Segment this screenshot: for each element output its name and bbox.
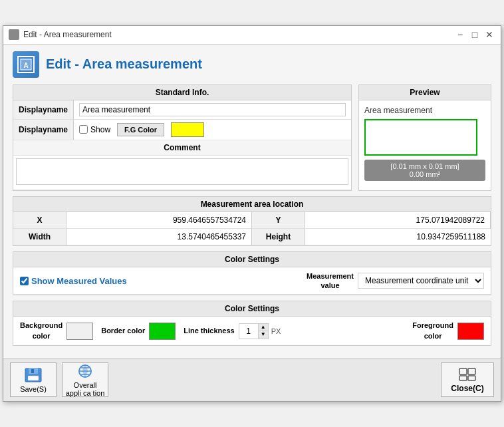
titlebar-left: Edit - Area measurement: [9, 29, 112, 40]
px-label: PX: [271, 327, 281, 335]
fg-color-label2: Foregroundcolor: [412, 321, 453, 341]
line-thickness-input[interactable]: [239, 324, 258, 339]
standard-info-panel: Standard Info. Displayname Displayname S…: [13, 84, 352, 191]
height-label: Height: [252, 229, 305, 245]
y-label: Y: [252, 212, 305, 229]
spinbox-up-button[interactable]: ▲: [259, 324, 268, 331]
page-title: Edit - Area measurement: [46, 57, 202, 72]
show-text: Show: [90, 125, 110, 134]
height-value: 10.9347259511188: [305, 229, 491, 245]
comment-header: Comment: [13, 140, 351, 156]
measurement-value-select[interactable]: Measurement coordinate unit Pixel Millim…: [358, 273, 484, 289]
line-thickness-item: Line thickness ▲ ▼ PX: [184, 323, 281, 339]
save-label: Save(S): [20, 385, 47, 393]
svg-rect-13: [459, 376, 467, 380]
show-checkbox-label[interactable]: Show: [79, 125, 110, 134]
svg-rect-6: [31, 369, 34, 373]
preview-box: [364, 119, 477, 156]
line-thickness-area: ▲ ▼ PX: [239, 323, 281, 339]
preview-panel: Preview Area measurement [0.01 mm x 0.01…: [358, 84, 491, 191]
location-header: Measurement area location: [13, 197, 491, 212]
preview-info: [0.01 mm x 0.01 mm] 0.00 mm²: [364, 160, 485, 181]
measurement-value-label: Measurementvalue: [307, 271, 354, 291]
svg-rect-5: [28, 376, 39, 380]
page-header: A Edit - Area measurement: [13, 51, 491, 78]
window-icon: [9, 29, 19, 40]
preview-name: Area measurement: [364, 106, 485, 115]
main-panel: Standard Info. Displayname Displayname S…: [13, 84, 491, 191]
color-settings-2-header: Color Settings: [13, 301, 491, 317]
content-area: A Edit - Area measurement Standard Info.…: [3, 45, 501, 358]
close-label: Close(C): [451, 384, 483, 393]
preview-info-line2: 0.00 mm²: [368, 170, 481, 178]
close-icon: [458, 367, 477, 382]
line-thickness-spinbox: ▲ ▼: [239, 323, 269, 339]
color-settings-1-section: Color Settings Show Measured Values Meas…: [13, 251, 491, 296]
save-button[interactable]: Save(S): [10, 362, 57, 397]
overall-application-button[interactable]: Overall appli ca tion: [62, 362, 108, 397]
fg-color-btn[interactable]: F.G Color: [117, 123, 164, 136]
footer-left: Save(S) Overall appli ca tion: [10, 362, 108, 397]
show-values-row: Show Measured Values Measurementvalue Me…: [13, 267, 491, 295]
width-value: 13.5740465455337: [66, 229, 252, 245]
bg-color-item: Backgroundcolor: [20, 321, 93, 341]
border-color-swatch[interactable]: [149, 323, 176, 340]
bg-color-label: Backgroundcolor: [20, 321, 63, 341]
color-row: Backgroundcolor Border color Line thickn…: [13, 317, 491, 345]
comment-section: Comment: [13, 140, 351, 190]
x-label: X: [13, 212, 66, 229]
y-value: 175.071942089722: [305, 212, 491, 229]
spinbox-buttons: ▲ ▼: [258, 324, 268, 339]
overall-label: Overall appli ca tion: [65, 381, 105, 397]
fg-color-item: Foregroundcolor: [412, 321, 484, 341]
fg-content: Show F.G Color: [74, 120, 209, 140]
spinbox-down-button[interactable]: ▼: [259, 331, 268, 339]
svg-text:A: A: [23, 62, 28, 69]
border-color-label: Border color: [101, 326, 145, 336]
displayname-value-area: [74, 100, 351, 119]
displayname-row: Displayname: [13, 100, 351, 120]
titlebar-controls: − □ ✕: [454, 29, 495, 41]
fg-color-swatch2[interactable]: [457, 323, 484, 340]
bg-color-swatch[interactable]: [66, 323, 93, 340]
location-grid: X 959.4646557534724 Y 175.071942089722 W…: [13, 212, 491, 245]
x-value: 959.4646557534724: [66, 212, 252, 229]
border-color-item: Border color: [101, 323, 176, 340]
displayname-fg-row: Displayname Show F.G Color: [13, 120, 351, 140]
preview-info-line1: [0.01 mm x 0.01 mm]: [368, 162, 481, 170]
show-measured-label[interactable]: Show Measured Values: [20, 276, 127, 286]
displayname2-label: Displayname: [13, 120, 74, 140]
displayname-label: Displayname: [13, 100, 74, 119]
show-measured-checkbox[interactable]: [20, 277, 29, 285]
location-section: Measurement area location X 959.46465575…: [13, 196, 491, 246]
header-icon: A: [13, 51, 39, 78]
line-thickness-label: Line thickness: [184, 326, 234, 336]
main-window: Edit - Area measurement − □ ✕ A Edit - A…: [3, 25, 501, 402]
color-settings-2-section: Color Settings Backgroundcolor Border co…: [13, 301, 491, 346]
minimize-button[interactable]: −: [454, 29, 466, 41]
width-label: Width: [13, 229, 66, 245]
overall-icon: [76, 363, 94, 379]
standard-info-header: Standard Info.: [13, 85, 351, 100]
maximize-button[interactable]: □: [469, 29, 481, 41]
show-checkbox[interactable]: [79, 125, 88, 134]
comment-textarea[interactable]: [16, 158, 348, 185]
save-icon: [24, 367, 43, 383]
preview-content: Area measurement [0.01 mm x 0.01 mm] 0.0…: [359, 100, 491, 186]
svg-rect-12: [468, 368, 475, 374]
fg-color-swatch[interactable]: [171, 122, 204, 137]
preview-header: Preview: [359, 85, 491, 100]
measurement-value-row: Measurementvalue Measurement coordinate …: [307, 271, 484, 291]
comment-area: [13, 156, 351, 190]
svg-rect-14: [468, 376, 475, 380]
footer: Save(S) Overall appli ca tion: [3, 358, 501, 401]
titlebar: Edit - Area measurement − □ ✕: [3, 26, 501, 45]
svg-rect-11: [459, 368, 467, 374]
show-measured-text: Show Measured Values: [31, 276, 127, 286]
color-settings-1-header: Color Settings: [13, 252, 491, 267]
window-title: Edit - Area measurement: [23, 30, 112, 39]
close-button[interactable]: Close(C): [441, 362, 494, 397]
displayname-input[interactable]: [79, 103, 346, 116]
close-button[interactable]: ✕: [483, 29, 495, 41]
